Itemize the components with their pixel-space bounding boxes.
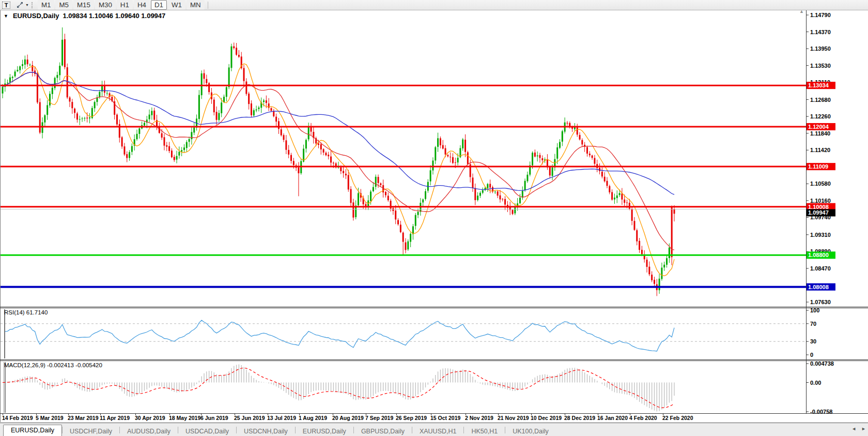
tab-usdchf-daily[interactable]: USDCHF,Daily xyxy=(63,426,119,436)
tab-eurusd-daily[interactable]: EURUSD,Daily xyxy=(3,425,62,436)
candle-body xyxy=(462,140,463,148)
timeframe-button-w1[interactable]: W1 xyxy=(168,0,185,10)
candle-body xyxy=(71,102,73,108)
candle-body xyxy=(482,190,484,193)
candle-body xyxy=(654,280,655,284)
candle-body xyxy=(74,109,75,113)
tab-uk100-daily[interactable]: UK100,Daily xyxy=(505,426,555,436)
timeframe-button-m30[interactable]: M30 xyxy=(95,0,116,10)
candle-body xyxy=(395,211,396,219)
candle-body xyxy=(86,118,88,119)
candle-body xyxy=(494,192,496,192)
date-axis[interactable] xyxy=(0,414,806,423)
candle-body xyxy=(333,163,334,163)
candle-body xyxy=(29,65,30,65)
candle-body xyxy=(168,146,170,151)
candle-body xyxy=(131,146,133,152)
tab-eurusd-daily[interactable]: EURUSD,Daily xyxy=(296,426,353,436)
candle-body xyxy=(487,184,488,188)
timeframe-button-h4[interactable]: H4 xyxy=(134,0,150,10)
candle-body xyxy=(616,196,618,198)
timeframe-button-h1[interactable]: H1 xyxy=(117,0,133,10)
candle-body xyxy=(526,175,528,182)
candle-body xyxy=(586,147,588,153)
candle-body xyxy=(236,48,237,55)
candle-body xyxy=(76,113,78,119)
candle-body xyxy=(464,140,466,152)
candle-body xyxy=(226,87,227,97)
candle-body xyxy=(174,157,175,160)
candle-body xyxy=(163,137,165,145)
tab-xauusd-h1[interactable]: XAUUSD,H1 xyxy=(412,426,464,436)
tab-gbpusd-daily[interactable]: GBPUSD,Daily xyxy=(354,426,412,436)
candle-body xyxy=(639,241,640,250)
candle-body xyxy=(42,122,43,132)
candle-body xyxy=(159,127,160,133)
candle-body xyxy=(626,202,628,203)
candle-body xyxy=(629,203,630,208)
diagonal-arrows-icon[interactable] xyxy=(14,1,25,9)
candle-body xyxy=(415,215,416,226)
candle-body xyxy=(238,55,240,57)
top-toolbar: T ▼ M1M5M15M30H1H4D1W1MN xyxy=(0,0,868,10)
candle-body xyxy=(457,158,459,162)
candle-body xyxy=(275,117,277,122)
candle-body xyxy=(385,192,386,195)
candle-body xyxy=(559,142,561,148)
candle-body xyxy=(253,110,255,115)
candle-body xyxy=(138,128,140,134)
candle-body xyxy=(37,73,38,102)
chart-background xyxy=(0,0,868,436)
candle-body xyxy=(203,73,205,79)
candle-body xyxy=(305,140,307,149)
candle-body xyxy=(579,135,581,140)
candle-body xyxy=(432,160,433,170)
timeframe-button-mn[interactable]: MN xyxy=(187,0,205,10)
timeframe-button-d1[interactable]: D1 xyxy=(151,0,167,10)
candle-body xyxy=(245,82,247,94)
candle-body xyxy=(325,153,327,155)
candle-body xyxy=(392,208,394,211)
candle-body xyxy=(467,152,469,164)
candle-body xyxy=(562,131,563,142)
chart-canvas[interactable]: 1.147901.143701.139501.135301.131101.126… xyxy=(0,0,868,436)
candle-body xyxy=(601,172,603,176)
candle-body xyxy=(345,174,347,175)
candle-body xyxy=(59,66,60,75)
timeframe-button-m15[interactable]: M15 xyxy=(73,0,94,10)
price-axis[interactable] xyxy=(807,10,868,414)
candle-body xyxy=(407,242,409,250)
tab-usdcnh-daily[interactable]: USDCNH,Daily xyxy=(237,426,295,436)
timeframe-button-m1[interactable]: M1 xyxy=(38,0,55,10)
candle-body xyxy=(636,230,638,242)
candle-body xyxy=(24,59,26,65)
toolbar-grip xyxy=(32,2,35,8)
tab-hk50-h1[interactable]: HK50,H1 xyxy=(464,426,505,436)
candle-body xyxy=(512,210,514,214)
chevron-down-icon[interactable]: ▼ xyxy=(25,3,29,7)
candle-body xyxy=(328,155,329,156)
candle-body xyxy=(348,175,349,189)
candle-body xyxy=(126,154,128,158)
candle-body xyxy=(358,193,359,205)
candle-body xyxy=(14,71,16,76)
candle-body xyxy=(666,258,668,265)
text-tool-button[interactable]: T xyxy=(2,2,10,9)
candle-body xyxy=(39,102,41,133)
candle-body xyxy=(166,145,167,147)
candle-body xyxy=(270,108,272,111)
chart-title: ▼EURUSD,Daily1.09834 1.10046 1.09640 1.0… xyxy=(4,12,165,20)
tab-usdcad-daily[interactable]: USDCAD,Daily xyxy=(178,426,236,436)
tabs-scroll-left-icon[interactable]: ◄ xyxy=(851,426,856,431)
timeframe-button-m5[interactable]: M5 xyxy=(55,0,72,10)
candle-body xyxy=(293,161,295,165)
chart-title-ohlc: 1.09834 1.10046 1.09640 1.09947 xyxy=(63,12,166,20)
candle-body xyxy=(378,177,379,183)
tab-audusd-daily[interactable]: AUDUSD,Daily xyxy=(120,426,178,436)
candle-body xyxy=(61,40,63,66)
candle-body xyxy=(248,94,250,104)
candle-body xyxy=(221,102,222,113)
tabs-scroll-right-icon[interactable]: ► xyxy=(861,426,866,431)
candle-body xyxy=(121,137,123,146)
candle-body xyxy=(285,140,287,149)
